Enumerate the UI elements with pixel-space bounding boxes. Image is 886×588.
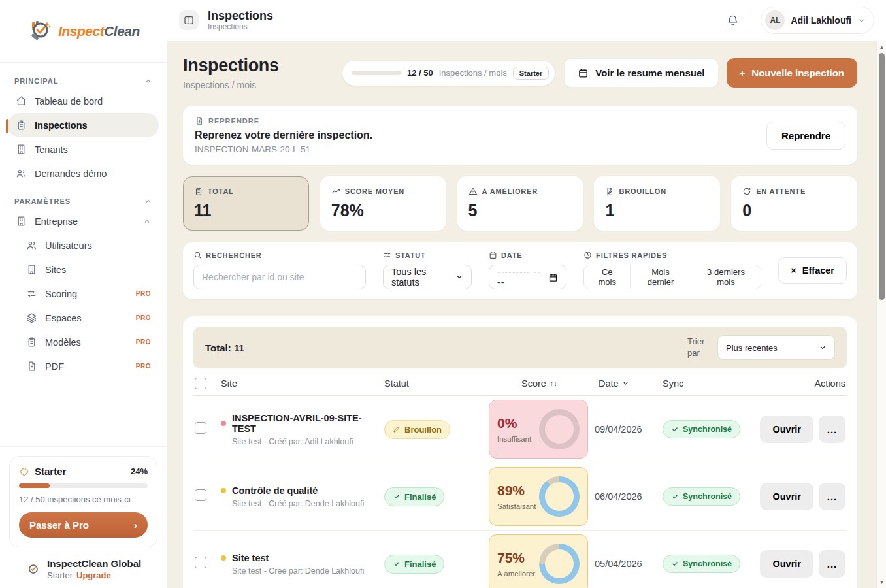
new-inspection-button[interactable]: + Nouvelle inspection: [727, 58, 857, 88]
search-input[interactable]: [193, 265, 366, 289]
filter-quick: FILTRES RAPIDES Ce mois Mois dernier 3 d…: [583, 251, 761, 289]
calendar-icon: [489, 251, 497, 259]
org-switcher[interactable]: InspectClean Global StarterUpgrade: [9, 558, 157, 580]
inspection-date: 06/04/2026: [595, 491, 663, 502]
sidebar-item-sites[interactable]: Sites: [8, 257, 159, 282]
usage-label: Inspections / mois: [439, 68, 507, 78]
sidebar-item-modeles[interactable]: Modèles PRO: [8, 330, 159, 354]
more-actions-button[interactable]: ...: [819, 550, 845, 578]
sidebar-item-entreprise[interactable]: Entreprise: [8, 209, 159, 233]
score-value: 0%: [497, 416, 517, 431]
open-button[interactable]: Ouvrir: [760, 550, 813, 578]
search-label: RECHERCHER: [206, 252, 262, 259]
sidebar-item-tableau-de-bord[interactable]: Tableau de bord: [8, 89, 159, 113]
pro-badge: PRO: [136, 338, 151, 346]
check-icon: [671, 493, 679, 500]
sync-label: Synchronisé: [683, 559, 732, 568]
sort-select[interactable]: Plus recentes: [717, 335, 835, 360]
inspection-date: 05/04/2026: [595, 559, 663, 569]
column-score[interactable]: Score↑↓: [489, 378, 595, 389]
filter-date: DATE --------- ----: [489, 251, 566, 289]
upgrade-pro-button[interactable]: Passer à Pro ›: [19, 512, 148, 538]
sidebar-footer: Starter 24% 12 / 50 inspections ce mois-…: [0, 446, 167, 588]
column-statut[interactable]: Statut: [384, 378, 489, 389]
scrollbar-thumb[interactable]: [879, 53, 885, 300]
user-menu[interactable]: AL Adil Lakhloufi: [761, 7, 874, 34]
org-upgrade-link[interactable]: Upgrade: [76, 570, 111, 580]
column-date[interactable]: Date: [595, 378, 663, 389]
row-checkbox[interactable]: [195, 557, 206, 568]
sidebar-item-utilisateurs[interactable]: Utilisateurs: [8, 233, 159, 257]
column-site[interactable]: Site: [221, 378, 384, 389]
top-header: Inspections Inspections AL Adil Lakhlouf…: [167, 0, 886, 41]
sidebar-item-pdf[interactable]: PDF PRO: [8, 354, 159, 378]
users-icon: [16, 168, 27, 179]
sidebar-toggle-button[interactable]: [179, 10, 199, 30]
sidebar-item-label: PDF: [45, 361, 64, 372]
sidebar-item-label: Espaces: [45, 313, 82, 323]
plan-progress: [19, 483, 148, 488]
table-toolbar: Total: 11 Trier par Plus recentes: [193, 327, 847, 368]
resume-banner: REPRENDRE Reprenez votre dernière inspec…: [183, 106, 857, 165]
inspection-name[interactable]: Site test: [232, 553, 269, 563]
monthly-summary-button[interactable]: Voir le resume mensuel: [564, 58, 718, 88]
sidebar-item-label: Demandes démo: [35, 169, 107, 179]
stat-card-brouillon[interactable]: BROUILLON 1: [594, 176, 720, 231]
sidebar-item-tenants[interactable]: Tenants: [8, 137, 159, 161]
scrollbar[interactable]: ▲ ▼: [876, 41, 886, 588]
check-icon: [393, 493, 401, 500]
inspection-name[interactable]: Contrôle de qualité: [232, 485, 318, 496]
quick-filter-3-derniers-mois[interactable]: 3 derniers mois: [691, 265, 761, 289]
usage-count: 12 / 50: [407, 68, 433, 78]
calendar-icon: [548, 272, 558, 282]
date-input[interactable]: --------- ----: [489, 265, 566, 289]
stat-card-a-ameliorer[interactable]: À AMÉLIORER 5: [457, 176, 583, 231]
filters-bar: RECHERCHER STATUT Tous les statuts DATE: [183, 242, 857, 299]
nav-section-principal[interactable]: PRINCIPAL: [8, 72, 159, 89]
resume-button[interactable]: Reprendre: [766, 122, 845, 150]
scroll-down-arrow-icon[interactable]: ▼: [877, 578, 886, 587]
table-header-row: Site Statut Score↑↓ Date Sync Actions: [193, 371, 847, 396]
inspection-name[interactable]: INSPECTION-AVRIL-09-SITE-TEST: [232, 413, 384, 434]
select-all-checkbox[interactable]: [195, 378, 206, 389]
org-name: InspectClean Global: [47, 558, 141, 569]
more-actions-button[interactable]: ...: [819, 416, 845, 443]
trending-up-icon: [331, 187, 340, 196]
sidebar-item-espaces[interactable]: Espaces PRO: [8, 306, 159, 330]
clock-icon: [583, 251, 592, 259]
stat-label: TOTAL: [208, 188, 234, 195]
resume-eyebrow: REPRENDRE: [208, 117, 259, 125]
filter-search: RECHERCHER: [193, 251, 366, 289]
stat-card-en-attente[interactable]: EN ATTENTE 0: [731, 176, 857, 231]
logo: InspectClean: [0, 0, 167, 63]
stat-label: EN ATTENTE: [756, 188, 806, 195]
stat-card-total[interactable]: TOTAL 11: [183, 176, 309, 231]
more-actions-button[interactable]: ...: [819, 483, 845, 510]
column-sync[interactable]: Sync: [663, 378, 754, 389]
panel-icon: [184, 15, 194, 25]
stat-card-score-moyen[interactable]: SCORE MOYEN 78%: [320, 176, 446, 231]
open-button[interactable]: Ouvrir: [760, 416, 813, 443]
notifications-button[interactable]: [724, 12, 742, 29]
open-button[interactable]: Ouvrir: [760, 483, 813, 510]
nav-section-parametres[interactable]: PARAMÈTRES: [8, 192, 159, 209]
stat-label: SCORE MOYEN: [345, 188, 404, 195]
clear-filters-button[interactable]: × Effacer: [778, 257, 847, 284]
status-badge: Finalisé: [384, 555, 444, 574]
row-checkbox[interactable]: [195, 489, 206, 501]
sidebar-item-demandes-demo[interactable]: Demandes démo: [8, 161, 159, 186]
scroll-up-arrow-icon[interactable]: ▲: [877, 42, 886, 52]
building-icon: [16, 216, 27, 227]
quick-filter-mois-dernier[interactable]: Mois dernier: [631, 265, 691, 289]
users-icon: [26, 240, 37, 251]
building-icon: [26, 264, 37, 275]
row-checkbox[interactable]: [195, 422, 206, 434]
sliders-icon: [383, 251, 391, 259]
score-value: 89%: [497, 483, 525, 498]
quick-filter-ce-mois[interactable]: Ce mois: [584, 265, 631, 289]
sidebar-item-scoring[interactable]: Scoring PRO: [8, 282, 159, 306]
sidebar-item-inspections[interactable]: Inspections: [8, 113, 159, 137]
user-name: Adil Lakhloufi: [791, 15, 851, 25]
resume-inspection-code: INSPECTION-MARS-20-L-51: [195, 144, 372, 154]
statut-select[interactable]: Tous les statuts: [383, 265, 472, 289]
